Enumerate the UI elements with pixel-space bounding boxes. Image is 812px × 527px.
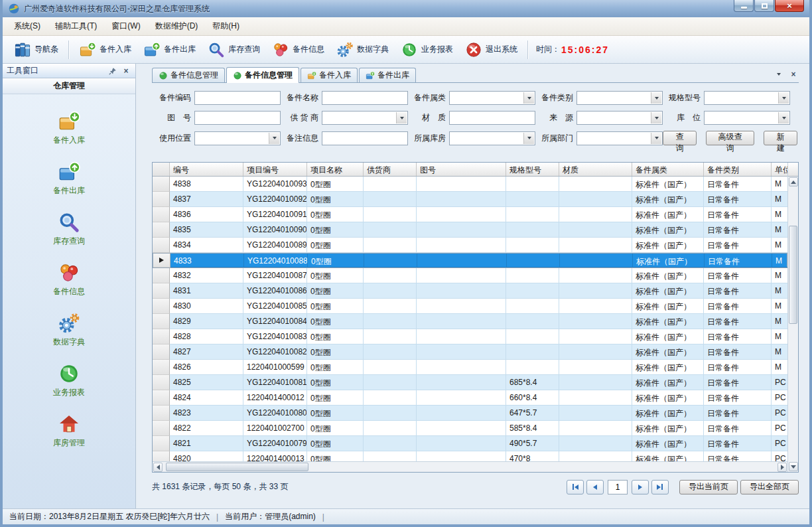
table-row[interactable]: 4838YG122040100930型圈标准件（国产）日常备件M <box>153 177 787 192</box>
part-type-select[interactable] <box>576 91 663 105</box>
part-code-input[interactable] <box>194 91 281 105</box>
source-select[interactable] <box>576 111 663 125</box>
location-select[interactable] <box>704 111 790 125</box>
panel-close-icon[interactable]: × <box>121 66 131 76</box>
table-row[interactable]: 4828YG122040100830型圈标准件（国产）日常备件M <box>153 329 787 344</box>
maximize-button[interactable] <box>754 0 774 12</box>
dropdown-arrow-icon[interactable] <box>778 112 789 123</box>
warehouse-select[interactable] <box>449 131 535 145</box>
tab-list-dropdown-icon[interactable] <box>774 69 784 80</box>
vscroll-thumb[interactable] <box>789 226 797 325</box>
sidebar-item-stock-query[interactable]: 库存查询 <box>53 211 85 247</box>
dropdown-arrow-icon[interactable] <box>778 92 789 104</box>
table-row[interactable]: 482412204014000120型圈660*8.4标准件（国产）日常备件PC <box>153 390 787 406</box>
part-class-select[interactable] <box>449 91 535 105</box>
dropdown-arrow-icon[interactable] <box>523 133 534 144</box>
horizontal-scrollbar[interactable] <box>153 461 787 472</box>
figure-no-input[interactable] <box>194 111 281 125</box>
table-row[interactable]: 4835YG122040100900型圈标准件（国产）日常备件M <box>153 222 787 238</box>
dropdown-arrow-icon[interactable] <box>651 112 661 123</box>
title-bar[interactable]: 广州爱奇迪软件科技有限公司-深田之星仓库管理系统 × <box>3 0 809 17</box>
table-row[interactable]: 4834YG122040100890型圈标准件（国产）日常备件M <box>153 238 787 253</box>
tab-parts-info-management-2[interactable]: 备件信息管理 <box>226 67 299 83</box>
spec-model-select[interactable] <box>704 91 790 105</box>
dropdown-arrow-icon[interactable] <box>269 133 279 144</box>
remark-input[interactable] <box>322 131 408 145</box>
toolbar-button-nav-bar[interactable]: 导航条 <box>8 38 64 61</box>
column-header[interactable]: 图号 <box>417 163 506 176</box>
column-header[interactable]: 材质 <box>559 163 632 176</box>
sidebar-item-business-report[interactable]: 业务报表 <box>53 362 85 398</box>
export-all-pages-button[interactable]: 导出全部页 <box>740 480 799 494</box>
table-row[interactable]: 4825YG122040100810型圈685*8.4标准件（国产）日常备件PC <box>153 375 787 390</box>
dropdown-arrow-icon[interactable] <box>396 112 407 123</box>
first-page-button[interactable] <box>567 480 584 494</box>
table-row[interactable]: 4821YG122040100790型圈490*5.7标准件（国产）日常备件PC <box>153 436 787 451</box>
sidebar-item-warehouse-mgmt[interactable]: 库房管理 <box>53 413 85 449</box>
close-button[interactable]: × <box>775 0 804 12</box>
menu-item-window[interactable]: 窗口(W) <box>104 17 147 35</box>
table-row[interactable]: 482012204014000130型圈470*8标准件（国产）日常备件PC <box>153 451 787 461</box>
toolbar-button-exit-system[interactable]: 退出系统 <box>459 38 523 61</box>
toolbar-button-parts-info[interactable]: 备件信息 <box>266 38 330 61</box>
pin-icon[interactable] <box>107 66 118 76</box>
sidebar-item-parts-outbound[interactable]: 备件出库 <box>53 161 85 196</box>
prev-page-button[interactable] <box>586 480 604 494</box>
table-row[interactable]: 4837YG122040100920型圈标准件（国产）日常备件M <box>153 192 787 207</box>
table-row[interactable]: 482612204010005990型圈标准件（国产）日常备件M <box>153 360 787 375</box>
column-header[interactable]: 编号 <box>170 163 243 176</box>
table-row[interactable]: 4830YG122040100850型圈标准件（国产）日常备件M <box>153 299 787 314</box>
toolbar-button-stock-query[interactable]: 库存查询 <box>202 38 266 61</box>
next-page-button[interactable] <box>632 480 649 494</box>
hscroll-thumb[interactable] <box>166 463 308 471</box>
table-row[interactable]: 4836YG122040100910型圈标准件（国产）日常备件M <box>153 207 787 222</box>
column-header[interactable]: 备件属类 <box>632 163 704 176</box>
table-row[interactable]: 482212204010027000型圈585*8.4标准件（国产）日常备件PC <box>153 421 787 436</box>
menu-item-system[interactable]: 系统(S) <box>7 17 48 35</box>
department-select[interactable] <box>576 131 663 145</box>
table-row[interactable]: 4832YG122040100870型圈标准件（国产）日常备件M <box>153 268 787 283</box>
export-current-page-button[interactable]: 导出当前页 <box>679 480 738 494</box>
supplier-select[interactable] <box>322 111 408 125</box>
new-button[interactable]: 新建 <box>764 131 797 145</box>
scroll-up-icon[interactable] <box>789 177 798 187</box>
scroll-right-icon[interactable] <box>778 463 787 472</box>
tab-parts-outbound[interactable]: 备件出库 <box>359 68 416 82</box>
table-row[interactable]: 4831YG122040100860型圈标准件（国产）日常备件M <box>153 283 787 299</box>
tab-parts-info-management-1[interactable]: 备件信息管理 <box>152 68 225 82</box>
menu-item-aux-tools[interactable]: 辅助工具(T) <box>48 17 104 35</box>
vscroll-track[interactable] <box>788 187 798 461</box>
dropdown-arrow-icon[interactable] <box>651 92 661 104</box>
last-page-button[interactable] <box>651 480 669 494</box>
menu-item-help[interactable]: 帮助(H) <box>205 17 247 35</box>
column-header[interactable]: 项目编号 <box>243 163 307 176</box>
vertical-scrollbar[interactable] <box>787 163 798 472</box>
toolbar-button-business-report[interactable]: 业务报表 <box>395 38 459 61</box>
minimize-button[interactable] <box>734 0 754 12</box>
part-name-input[interactable] <box>322 91 408 105</box>
table-row[interactable]: 4833YG122040100880型圈标准件（国产）日常备件M <box>153 253 787 268</box>
column-header[interactable]: 备件类别 <box>704 163 772 176</box>
hscroll-track[interactable] <box>163 462 777 472</box>
column-header[interactable]: 项目名称 <box>307 163 364 176</box>
dropdown-arrow-icon[interactable] <box>651 133 661 144</box>
tab-close-icon[interactable]: × <box>788 69 799 80</box>
query-button[interactable]: 查询 <box>663 131 697 145</box>
toolbar-button-parts-inbound[interactable]: 备件入库 <box>73 38 137 61</box>
sidebar-item-data-dict[interactable]: 数据字典 <box>53 312 85 348</box>
sidebar-item-parts-inbound[interactable]: 备件入库 <box>53 110 85 146</box>
advanced-query-button[interactable]: 高级查询 <box>706 131 755 145</box>
column-header[interactable]: 单位 <box>772 163 787 176</box>
column-header[interactable]: 供货商 <box>364 163 417 176</box>
tab-parts-inbound[interactable]: 备件入库 <box>301 68 358 82</box>
toolbar-button-parts-outbound[interactable]: 备件出库 <box>137 38 202 61</box>
column-header[interactable]: 规格型号 <box>506 163 559 176</box>
use-position-select[interactable] <box>194 131 281 145</box>
toolbar-button-data-dict[interactable]: 数据字典 <box>330 38 395 61</box>
page-number-input[interactable] <box>608 480 628 494</box>
scroll-left-icon[interactable] <box>153 463 163 472</box>
table-row[interactable]: 4829YG122040100840型圈标准件（国产）日常备件M <box>153 314 787 329</box>
sidebar-item-parts-info[interactable]: 备件信息 <box>53 262 85 297</box>
menu-item-data-maintenance[interactable]: 数据维护(D) <box>148 17 206 35</box>
table-row[interactable]: 4827YG122040100820型圈标准件（国产）日常备件M <box>153 344 787 360</box>
